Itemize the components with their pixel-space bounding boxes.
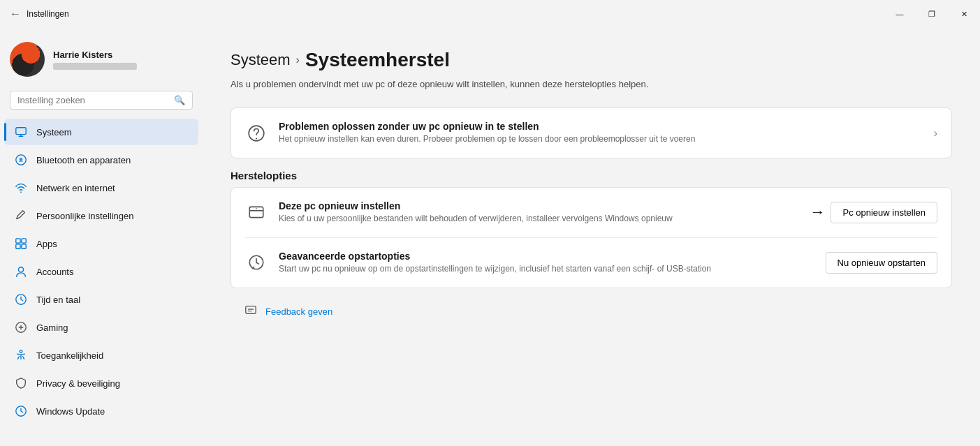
user-sub bbox=[53, 63, 137, 70]
app-layout: Harrie Kisters 🔍 Systeem bbox=[0, 28, 980, 446]
page-title: Systeemherstel bbox=[305, 49, 450, 71]
advanced-startup-icon bbox=[245, 251, 268, 274]
sidebar-item-update[interactable]: Windows Update bbox=[4, 398, 198, 424]
sidebar-item-apps[interactable]: Apps bbox=[4, 230, 198, 257]
reset-pc-text: Deze pc opnieuw instellen Kies of u uw p… bbox=[279, 200, 798, 225]
feedback-row: Feedback geven bbox=[231, 297, 952, 327]
troubleshoot-desc: Het opnieuw instellen kan even duren. Pr… bbox=[279, 133, 923, 145]
sidebar-item-bluetooth[interactable]: Bluetooth en apparaten bbox=[4, 147, 198, 173]
title-bar: ← Instellingen — ❐ ✕ bbox=[0, 0, 980, 28]
svg-point-13 bbox=[256, 137, 257, 139]
time-icon bbox=[14, 292, 28, 306]
user-info: Harrie Kisters bbox=[53, 50, 137, 70]
back-icon[interactable]: ← bbox=[10, 8, 21, 20]
sidebar-item-systeem-label: Systeem bbox=[36, 127, 72, 137]
svg-rect-3 bbox=[16, 239, 20, 243]
system-icon bbox=[14, 125, 28, 139]
sidebar-item-gaming-label: Gaming bbox=[36, 322, 68, 333]
svg-rect-0 bbox=[16, 128, 26, 135]
feedback-link[interactable]: Feedback geven bbox=[265, 306, 332, 317]
sidebar-item-tijd[interactable]: Tijd en taal bbox=[4, 286, 198, 313]
troubleshoot-title: Problemen oplossen zonder uw pc opnieuw … bbox=[279, 121, 923, 132]
search-box-container: 🔍 bbox=[10, 91, 193, 110]
sidebar-item-persoonlijk-label: Persoonlijke instellingen bbox=[36, 211, 133, 221]
avatar bbox=[10, 42, 45, 77]
svg-point-1 bbox=[16, 155, 26, 165]
reset-pc-desc: Kies of u uw persoonlijke bestanden wilt… bbox=[279, 213, 798, 225]
apps-icon bbox=[14, 237, 28, 251]
reset-pc-row: Deze pc opnieuw instellen Kies of u uw p… bbox=[231, 188, 951, 237]
sidebar-item-tijd-label: Tijd en taal bbox=[36, 295, 80, 305]
chevron-right-icon: › bbox=[934, 127, 937, 140]
section-title-herstelopties: Herstelopties bbox=[231, 170, 952, 181]
sidebar-item-persoonlijk[interactable]: Persoonlijke instellingen bbox=[4, 202, 198, 229]
sidebar-item-privacy-label: Privacy & beveiliging bbox=[36, 378, 120, 389]
svg-point-7 bbox=[18, 267, 23, 272]
sidebar-item-bluetooth-label: Bluetooth en apparaten bbox=[36, 155, 131, 165]
advanced-startup-desc: Start uw pc nu opnieuw op om de opstarti… bbox=[279, 263, 814, 275]
page-subtitle: Als u problemen ondervindt met uw pc of … bbox=[231, 78, 952, 91]
network-icon bbox=[14, 181, 28, 195]
advanced-startup-action: Nu opnieuw opstarten bbox=[826, 252, 937, 274]
sidebar-item-accounts[interactable]: Accounts bbox=[4, 258, 198, 285]
troubleshoot-icon bbox=[245, 122, 268, 144]
maximize-button[interactable]: ❐ bbox=[916, 0, 948, 28]
breadcrumb: Systeem › Systeemherstel bbox=[231, 49, 952, 71]
svg-rect-6 bbox=[22, 244, 26, 248]
restart-now-button[interactable]: Nu opnieuw opstarten bbox=[826, 252, 937, 274]
reset-pc-title: Deze pc opnieuw instellen bbox=[279, 200, 798, 211]
troubleshoot-card[interactable]: Problemen oplossen zonder uw pc opnieuw … bbox=[231, 107, 952, 158]
feedback-icon bbox=[244, 304, 257, 320]
title-bar-left: ← Instellingen bbox=[10, 8, 69, 20]
minimize-button[interactable]: — bbox=[884, 0, 916, 28]
app-title: Instellingen bbox=[27, 9, 69, 19]
user-name: Harrie Kisters bbox=[53, 50, 137, 60]
sidebar-item-privacy[interactable]: Privacy & beveiliging bbox=[4, 370, 198, 396]
svg-rect-17 bbox=[246, 306, 256, 313]
reset-pc-button[interactable]: Pc opnieuw instellen bbox=[831, 202, 937, 223]
svg-rect-4 bbox=[22, 239, 26, 243]
sidebar-item-netwerk-label: Netwerk en internet bbox=[36, 183, 115, 193]
accounts-icon bbox=[14, 265, 28, 278]
search-icon: 🔍 bbox=[174, 95, 185, 105]
sidebar-item-toegankelijkheid-label: Toegankelijkheid bbox=[36, 350, 103, 361]
reset-pc-icon bbox=[245, 201, 268, 223]
sidebar-item-toegankelijkheid[interactable]: Toegankelijkheid bbox=[4, 342, 198, 369]
sidebar-item-apps-label: Apps bbox=[36, 239, 57, 249]
arrow-right-icon: → bbox=[810, 203, 825, 221]
privacy-icon bbox=[14, 376, 28, 390]
sidebar-item-gaming[interactable]: Gaming bbox=[4, 314, 198, 341]
svg-rect-5 bbox=[16, 244, 20, 248]
sidebar-item-update-label: Windows Update bbox=[36, 406, 105, 417]
title-bar-controls: — ❐ ✕ bbox=[884, 0, 980, 28]
update-icon bbox=[14, 404, 28, 418]
main-content: Systeem › Systeemherstel Als u problemen… bbox=[203, 28, 980, 446]
personalize-icon bbox=[14, 209, 28, 223]
sidebar-item-systeem[interactable]: Systeem bbox=[4, 119, 198, 145]
herstel-options-card: Deze pc opnieuw instellen Kies of u uw p… bbox=[231, 187, 952, 288]
svg-point-10 bbox=[20, 350, 22, 353]
gaming-icon bbox=[14, 320, 28, 334]
bluetooth-icon bbox=[14, 153, 28, 167]
troubleshoot-card-row: Problemen oplossen zonder uw pc opnieuw … bbox=[231, 108, 951, 158]
advanced-startup-text: Geavanceerde opstartopties Start uw pc n… bbox=[279, 251, 814, 275]
reset-pc-action: → Pc opnieuw instellen bbox=[810, 202, 937, 223]
breadcrumb-separator: › bbox=[296, 54, 300, 66]
breadcrumb-parent[interactable]: Systeem bbox=[231, 51, 291, 69]
accessibility-icon bbox=[14, 348, 28, 362]
advanced-startup-title: Geavanceerde opstartopties bbox=[279, 251, 814, 262]
sidebar-item-netwerk[interactable]: Netwerk en internet bbox=[4, 174, 198, 201]
svg-point-15 bbox=[256, 209, 257, 210]
sidebar: Harrie Kisters 🔍 Systeem bbox=[0, 28, 203, 446]
advanced-startup-row: Geavanceerde opstartopties Start uw pc n… bbox=[231, 238, 951, 288]
svg-point-2 bbox=[20, 191, 22, 193]
troubleshoot-text: Problemen oplossen zonder uw pc opnieuw … bbox=[279, 121, 923, 145]
close-button[interactable]: ✕ bbox=[948, 0, 980, 28]
user-section: Harrie Kisters bbox=[0, 35, 203, 88]
search-input[interactable] bbox=[17, 95, 168, 105]
sidebar-item-accounts-label: Accounts bbox=[36, 267, 73, 277]
troubleshoot-action[interactable]: › bbox=[934, 127, 937, 140]
